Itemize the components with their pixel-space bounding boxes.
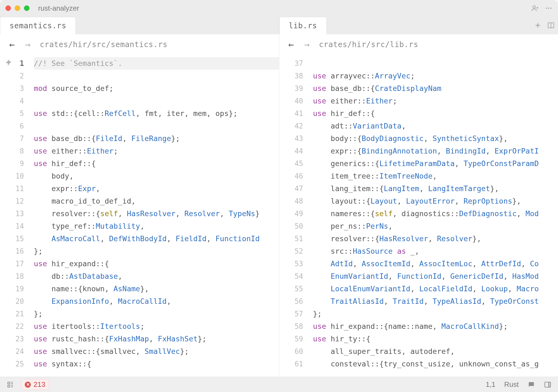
titlebar: rust-analyzer bbox=[0, 0, 558, 16]
line-number: 23 bbox=[0, 333, 30, 345]
nav-forward-button[interactable]: → bbox=[303, 41, 311, 48]
code-line[interactable] bbox=[313, 57, 558, 70]
tab-semantics[interactable]: semantics.rs bbox=[0, 17, 76, 34]
line-number: 59 bbox=[279, 333, 309, 345]
breadcrumb-path[interactable]: crates/hir/src/semantics.rs bbox=[40, 40, 168, 49]
line-number: 7 bbox=[0, 132, 30, 145]
line-number: 10 bbox=[0, 170, 30, 182]
cursor-position[interactable]: 1,1 bbox=[486, 380, 495, 389]
svg-point-0 bbox=[533, 6, 535, 8]
code-line[interactable]: type_ref::Mutability, bbox=[34, 220, 279, 232]
code-line[interactable]: use either::Either; bbox=[313, 95, 558, 107]
line-number: 18 bbox=[0, 270, 30, 283]
code-line[interactable]: db::AstDatabase, bbox=[34, 270, 279, 283]
code-area[interactable]: use arrayvec::ArrayVec;use base_db::{Cra… bbox=[309, 54, 558, 377]
code-line[interactable]: LocalEnumVariantId, LocalFieldId, Lookup… bbox=[313, 283, 558, 295]
code-line[interactable]: AdtId, AssocItemId, AssocItemLoc, AttrDe… bbox=[313, 258, 558, 270]
feedback-icon[interactable] bbox=[527, 381, 535, 388]
code-line[interactable]: use hir_expand::{ bbox=[34, 258, 279, 270]
code-line[interactable]: expr::{BindingAnnotation, BindingId, Exp… bbox=[313, 145, 558, 157]
code-line[interactable]: per_ns::PerNs, bbox=[313, 220, 558, 232]
code-line[interactable]: use smallvec::{smallvec, SmallVec}; bbox=[34, 345, 279, 358]
code-line[interactable]: nameres::{self, diagnostics::DefDiagnost… bbox=[313, 207, 558, 220]
code-line[interactable]: use rustc_hash::{FxHashMap, FxHashSet}; bbox=[34, 333, 279, 345]
code-line[interactable]: lang_item::{LangItem, LangItemTarget}, bbox=[313, 182, 558, 195]
code-area[interactable]: //! See `Semantics`. mod source_to_def; … bbox=[30, 54, 279, 377]
line-number: 1 bbox=[0, 57, 30, 70]
line-number: 20 bbox=[0, 295, 30, 308]
window-controls bbox=[5, 5, 29, 11]
more-icon[interactable] bbox=[545, 4, 553, 12]
language-mode[interactable]: Rust bbox=[504, 380, 519, 389]
close-window-button[interactable] bbox=[5, 5, 11, 11]
code-actions-icon[interactable] bbox=[5, 59, 13, 66]
code-line[interactable]: ExpansionInfo, MacroCallId, bbox=[34, 295, 279, 308]
code-line[interactable]: use hir_ty::{ bbox=[313, 333, 558, 345]
zoom-window-button[interactable] bbox=[24, 5, 29, 11]
code-line[interactable]: resolver::{self, HasResolver, Resolver, … bbox=[34, 207, 279, 220]
tab-lib[interactable]: lib.rs bbox=[279, 17, 327, 34]
code-line[interactable]: use hir_def::{ bbox=[313, 107, 558, 120]
line-number: 44 bbox=[279, 145, 309, 157]
breadcrumb-path[interactable]: crates/hir/src/lib.rs bbox=[319, 40, 418, 49]
code-line[interactable]: use base_db::{CrateDisplayNam bbox=[313, 82, 558, 95]
line-number: 15 bbox=[0, 232, 30, 245]
code-line[interactable]: expr::Expr, bbox=[34, 182, 279, 195]
code-line[interactable]: }; bbox=[313, 308, 558, 320]
code-line[interactable]: all_super_traits, autoderef, bbox=[313, 345, 558, 358]
split-pane-icon[interactable] bbox=[547, 22, 555, 29]
code-line[interactable] bbox=[34, 120, 279, 132]
code-line[interactable]: body, bbox=[34, 170, 279, 182]
code-line[interactable]: adt::VariantData, bbox=[313, 120, 558, 132]
status-bar: ✕ 213 1,1 Rust bbox=[0, 377, 558, 392]
line-number: 61 bbox=[279, 358, 309, 370]
code-line[interactable]: use std::{cell::RefCell, fmt, iter, mem,… bbox=[34, 107, 279, 120]
code-line[interactable]: macro_id_to_def_id, bbox=[34, 195, 279, 207]
tab-label: lib.rs bbox=[289, 21, 317, 30]
line-number: 58 bbox=[279, 320, 309, 333]
code-line[interactable] bbox=[34, 70, 279, 82]
code-line[interactable]: }; bbox=[34, 308, 279, 320]
line-number: 50 bbox=[279, 220, 309, 232]
code-line[interactable]: use hir_def::{ bbox=[34, 157, 279, 170]
code-line[interactable]: consteval::{try_const_usize, unknown_con… bbox=[313, 358, 558, 370]
code-line[interactable]: use arrayvec::ArrayVec; bbox=[313, 70, 558, 82]
nav-back-button[interactable]: ← bbox=[287, 41, 295, 48]
code-line[interactable]: }; bbox=[34, 245, 279, 258]
project-panel-icon[interactable] bbox=[7, 381, 14, 388]
code-line[interactable]: use either::Either; bbox=[34, 145, 279, 157]
code-line[interactable]: item_tree::ItemTreeNode, bbox=[313, 170, 558, 182]
code-line[interactable]: name::{known, AsName}, bbox=[34, 283, 279, 295]
line-number: 3 bbox=[0, 82, 30, 95]
diagnostics-button[interactable]: ✕ 213 bbox=[21, 379, 49, 390]
line-number: 19 bbox=[0, 283, 30, 295]
code-line[interactable]: //! See `Semantics`. bbox=[34, 57, 279, 70]
line-number: 43 bbox=[279, 132, 309, 145]
code-line[interactable]: body::{BodyDiagnostic, SyntheticSyntax}, bbox=[313, 132, 558, 145]
code-line[interactable]: layout::{Layout, LayoutError, ReprOption… bbox=[313, 195, 558, 207]
line-number: 14 bbox=[0, 220, 30, 232]
code-line[interactable]: src::HasSource as _, bbox=[313, 245, 558, 258]
code-line[interactable]: TraitAliasId, TraitId, TypeAliasId, Type… bbox=[313, 295, 558, 308]
minimize-window-button[interactable] bbox=[15, 5, 20, 11]
code-line[interactable]: resolver::{HasResolver, Resolver}, bbox=[313, 232, 558, 245]
nav-back-button[interactable]: ← bbox=[8, 41, 16, 48]
line-number: 38 bbox=[279, 70, 309, 82]
code-line[interactable]: generics::{LifetimeParamData, TypeOrCons… bbox=[313, 157, 558, 170]
nav-forward-button[interactable]: → bbox=[24, 41, 32, 48]
add-collaborator-icon[interactable] bbox=[531, 4, 539, 12]
toggle-right-panel-icon[interactable] bbox=[544, 381, 551, 388]
code-line[interactable]: use itertools::Itertools; bbox=[34, 320, 279, 333]
code-line[interactable]: use syntax::{ bbox=[34, 358, 279, 370]
line-number: 4 bbox=[0, 95, 30, 107]
code-line[interactable]: mod source_to_def; bbox=[34, 82, 279, 95]
tabstrip: semantics.rs lib.rs bbox=[0, 16, 558, 34]
code-line[interactable]: EnumVariantId, FunctionId, GenericDefId,… bbox=[313, 270, 558, 283]
code-line[interactable]: AsMacroCall, DefWithBodyId, FieldId, Fun… bbox=[34, 232, 279, 245]
new-tab-icon[interactable] bbox=[534, 22, 542, 29]
code-line[interactable] bbox=[34, 95, 279, 107]
line-number: 57 bbox=[279, 308, 309, 320]
code-line[interactable]: use base_db::{FileId, FileRange}; bbox=[34, 132, 279, 145]
line-number: 46 bbox=[279, 170, 309, 182]
code-line[interactable]: use hir_expand::{name::name, MacroCallKi… bbox=[313, 320, 558, 333]
